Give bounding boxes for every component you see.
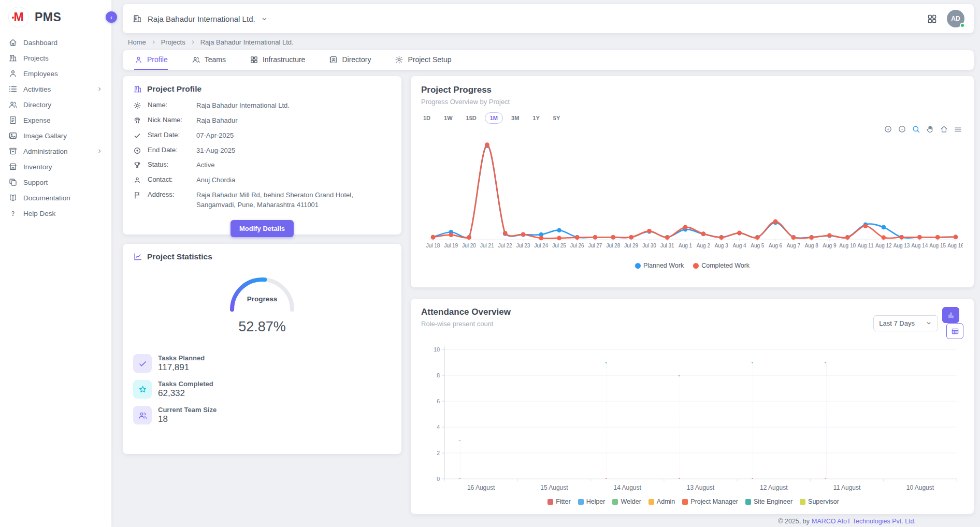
avatar[interactable]: AD xyxy=(947,10,964,27)
sidebar: M PMS DashboardProjectsEmployeesActiviti… xyxy=(0,0,111,527)
range-1m[interactable]: 1M xyxy=(485,112,503,124)
brand-logo-icon: M xyxy=(8,7,29,27)
tab-bar: ProfileTeamsInfrastructureDirectoryProje… xyxy=(123,50,974,70)
breadcrumb-item-projects[interactable]: Projects xyxy=(161,38,185,46)
svg-text:10: 10 xyxy=(434,346,440,353)
sidebar-item-projects[interactable]: Projects xyxy=(0,50,111,66)
attendance-bar-chart[interactable]: 0 2 4 6 8 1011116 August15 August233114 … xyxy=(422,343,963,496)
sidebar-item-inventory[interactable]: Inventory xyxy=(0,159,111,174)
svg-text:Aug 6: Aug 6 xyxy=(769,243,783,248)
check-icon xyxy=(138,359,148,369)
sidebar-item-dashboard[interactable]: Dashboard xyxy=(0,35,111,50)
sidebar-item-employees[interactable]: Employees xyxy=(0,66,111,81)
sidebar-item-documentation[interactable]: Documentation xyxy=(0,190,111,206)
range-1y[interactable]: 1Y xyxy=(527,112,544,124)
range-15d[interactable]: 15D xyxy=(461,112,482,124)
helpdesk-icon xyxy=(8,209,18,218)
sidebar-collapse-button[interactable]: ‹ xyxy=(106,11,117,23)
selection-zoom-icon[interactable] xyxy=(912,125,920,134)
svg-text:Jul 31: Jul 31 xyxy=(660,243,674,248)
sidebar-item-support[interactable]: Support xyxy=(0,174,111,190)
svg-text:10 August: 10 August xyxy=(906,484,934,491)
projects-icon xyxy=(8,53,18,63)
attendance-card-title: Attendance Overview xyxy=(421,307,511,317)
legend-fitter[interactable]: Fitter xyxy=(547,498,570,505)
progress-card-subtitle: Progress Overview by Project xyxy=(421,98,963,106)
sidebar-nav: DashboardProjectsEmployeesActivitiesDire… xyxy=(0,35,111,221)
view-bar-chart-icon[interactable] xyxy=(942,307,959,323)
svg-text:3: 3 xyxy=(772,430,775,437)
svg-text:Jul 20: Jul 20 xyxy=(462,243,476,248)
zoom-in-icon[interactable] xyxy=(884,125,892,134)
main-area: Raja Bahadur International Ltd. AD HomeP… xyxy=(111,0,980,527)
tab-project-setup[interactable]: Project Setup xyxy=(395,50,451,70)
svg-text:Jul 30: Jul 30 xyxy=(642,243,656,248)
svg-text:Jul 19: Jul 19 xyxy=(444,243,458,248)
range-5y[interactable]: 5Y xyxy=(548,112,565,124)
sidebar-item-activities[interactable]: Activities xyxy=(0,81,111,97)
progress-line-chart[interactable]: Jul 18 Jul 19 Jul 20 Jul 21 Jul 22 Jul 2… xyxy=(422,134,963,260)
svg-text:12 August: 12 August xyxy=(760,484,788,491)
range-1d[interactable]: 1D xyxy=(418,112,436,124)
legend-supervisor[interactable]: Supervisor xyxy=(800,498,839,505)
legend-project-manager[interactable]: Project Manager xyxy=(682,498,738,505)
svg-text:Jul 28: Jul 28 xyxy=(607,243,621,248)
online-status-dot xyxy=(960,23,965,28)
sidebar-item-help-desk[interactable]: Help Desk xyxy=(0,206,111,221)
pan-icon[interactable] xyxy=(926,125,934,134)
employees-icon xyxy=(8,69,18,78)
trophy-icon xyxy=(133,161,141,169)
tab-directory[interactable]: Directory xyxy=(329,50,371,70)
home-reset-icon[interactable] xyxy=(940,125,948,134)
sidebar-item-expense[interactable]: Expense xyxy=(0,112,111,128)
chevron-right-icon xyxy=(96,148,103,155)
building-icon xyxy=(133,84,142,94)
svg-text:0: 0 xyxy=(437,476,440,482)
svg-text:Aug 15: Aug 15 xyxy=(929,243,946,248)
legend-site-engineer[interactable]: Site Engineer xyxy=(745,498,792,505)
content: Project Profile Name:Raja Bahadur Intern… xyxy=(123,76,974,514)
legend-completed-work[interactable]: Completed Work xyxy=(693,262,750,269)
svg-text:6: 6 xyxy=(437,398,440,404)
svg-text:15 August: 15 August xyxy=(540,484,568,491)
svg-text:1: 1 xyxy=(626,365,629,373)
tab-profile[interactable]: Profile xyxy=(134,50,168,70)
date-range-select[interactable]: Last 7 Days xyxy=(873,315,938,331)
svg-text:Aug 13: Aug 13 xyxy=(893,243,910,248)
range-3m[interactable]: 3M xyxy=(506,112,524,124)
svg-text:8: 8 xyxy=(437,372,440,378)
chart-line-icon xyxy=(133,252,142,261)
stat-current-team-size: Current Team Size18 xyxy=(123,402,401,428)
sidebar-item-directory[interactable]: Directory xyxy=(0,97,111,112)
tab-infrastructure[interactable]: Infrastructure xyxy=(250,50,305,70)
breadcrumb-item-home[interactable]: Home xyxy=(128,38,146,46)
svg-text:16 August: 16 August xyxy=(467,484,495,491)
breadcrumb-item-raja-bahadur-international-ltd: Raja Bahadur International Ltd. xyxy=(200,38,294,46)
chevron-down-icon xyxy=(925,319,932,327)
apps-grid-icon[interactable] xyxy=(927,13,938,24)
range-1w[interactable]: 1W xyxy=(439,112,458,124)
svg-text:Jul 18: Jul 18 xyxy=(426,243,440,248)
legend-helper[interactable]: Helper xyxy=(578,498,606,505)
sidebar-item-administration[interactable]: Administration xyxy=(0,143,111,159)
legend-admin[interactable]: Admin xyxy=(648,498,675,505)
zoom-out-icon[interactable] xyxy=(898,125,906,134)
documentation-icon xyxy=(8,193,18,202)
menu-icon[interactable] xyxy=(954,125,962,134)
svg-text:3: 3 xyxy=(845,391,849,399)
svg-text:Jul 26: Jul 26 xyxy=(570,243,584,248)
tab-teams[interactable]: Teams xyxy=(192,50,226,70)
bar-chart-legend: FitterHelperWelderAdminProject ManagerSi… xyxy=(411,496,974,510)
legend-planned-work[interactable]: Planned Work xyxy=(635,262,684,269)
company-selector[interactable]: Raja Bahadur International Ltd. xyxy=(132,13,268,24)
profile-card-title: Project Profile xyxy=(147,84,201,94)
svg-text:14 August: 14 August xyxy=(614,484,642,491)
company-link[interactable]: MARCO AIoT Technologies Pvt. Ltd. xyxy=(812,518,916,525)
top-header-bar: Raja Bahadur International Ltd. AD xyxy=(123,4,974,33)
svg-text:Aug 3: Aug 3 xyxy=(715,243,729,248)
legend-welder[interactable]: Welder xyxy=(612,498,641,505)
sidebar-item-image-gallary[interactable]: Image Gallary xyxy=(0,128,111,143)
profile-field-nick-name: Nick Name:Raja Bahadur xyxy=(123,113,401,128)
view-table-icon[interactable] xyxy=(946,323,963,339)
modify-details-button[interactable]: Modify Details xyxy=(230,220,294,237)
